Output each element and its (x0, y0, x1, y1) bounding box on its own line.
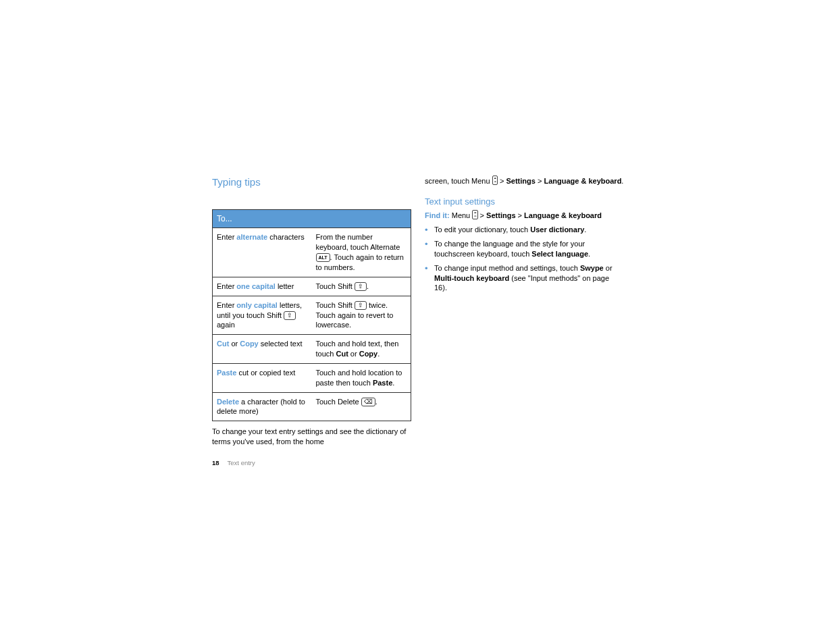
table-row: Paste cut or copied text Touch and hold … (213, 363, 411, 392)
table-row: Delete a character (hold to delete more)… (213, 392, 411, 421)
typing-tips-table: To... Enter alternate characters From th… (212, 209, 411, 421)
list-item: To change the language and the style for… (425, 239, 624, 259)
shift-key-icon (284, 311, 296, 320)
find-it-line: Find it: Menu > Settings > Language & ke… (425, 210, 624, 221)
shift-key-icon (355, 282, 367, 291)
page-footer: 18Text entry (212, 459, 255, 466)
list-item: To change input method and settings, tou… (425, 263, 624, 294)
table-row: Enter alternate characters From the numb… (213, 228, 411, 277)
heading-typing-tips: Typing tips (212, 176, 411, 189)
left-column: Typing tips To... Enter alternate charac… (212, 176, 411, 447)
menu-icon (472, 210, 477, 219)
table-row: Enter only capital letters, until you to… (213, 296, 411, 335)
right-column: screen, touch Menu > Settings > Language… (425, 176, 624, 447)
delete-key-icon (361, 398, 375, 406)
heading-text-input-settings: Text input settings (425, 196, 624, 208)
menu-icon (492, 176, 498, 185)
continuation-text: screen, touch Menu > Settings > Language… (425, 176, 624, 186)
alt-key-icon (316, 253, 330, 262)
table-header: To... (213, 210, 411, 228)
table-row: Enter one capital letter Touch Shift . (213, 277, 411, 296)
settings-bullet-list: To edit your dictionary, touch User dict… (425, 225, 624, 293)
list-item: To edit your dictionary, touch User dict… (425, 225, 624, 235)
footer-section: Text entry (228, 459, 255, 466)
table-row: Cut or Copy selected text Touch and hold… (213, 335, 411, 364)
left-after-table-text: To change your text entry settings and s… (212, 427, 411, 447)
page-content: Typing tips To... Enter alternate charac… (212, 176, 624, 447)
shift-key-icon (355, 301, 367, 310)
page-number: 18 (212, 459, 219, 466)
